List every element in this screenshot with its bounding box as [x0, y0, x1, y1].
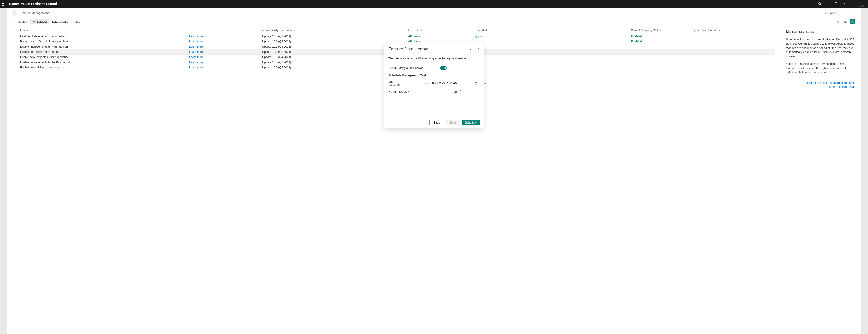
- settings-icon[interactable]: [842, 2, 846, 6]
- notifications-icon[interactable]: [826, 2, 830, 6]
- app-launcher-icon[interactable]: [2, 2, 6, 6]
- svg-point-0: [819, 3, 820, 4]
- svg-line-1: [820, 4, 821, 5]
- top-header: Dynamics 365 Business Central IK: [0, 0, 868, 8]
- avatar[interactable]: IK: [859, 1, 864, 7]
- svg-point-2: [844, 3, 845, 4]
- help-icon[interactable]: [850, 2, 855, 6]
- app-name: Dynamics 365 Business Central: [9, 2, 57, 6]
- svg-point-3: [852, 4, 852, 5]
- search-icon[interactable]: [818, 2, 822, 6]
- flag-icon[interactable]: [834, 2, 838, 6]
